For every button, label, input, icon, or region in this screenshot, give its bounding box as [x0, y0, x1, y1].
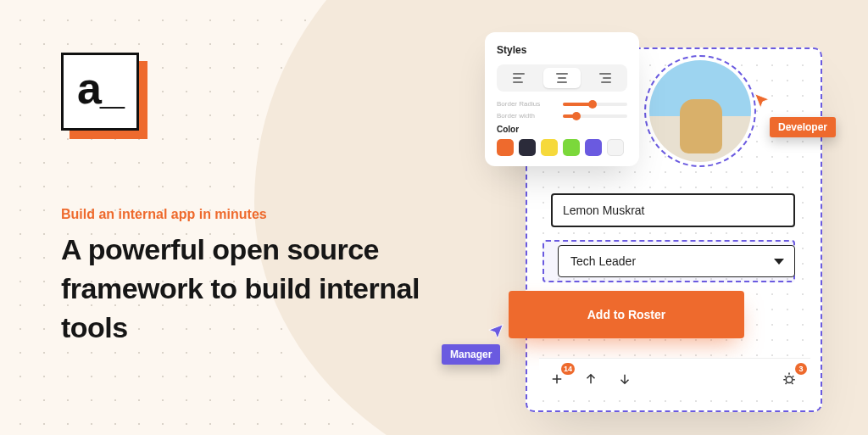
logo: a_	[61, 53, 139, 131]
role-select[interactable]: Tech Leader	[558, 245, 795, 277]
comment-count-badge: 14	[561, 363, 575, 375]
manager-cursor	[487, 322, 505, 341]
cursor-icon	[487, 322, 505, 341]
styles-panel: Styles Border Radius Border width Color	[485, 32, 639, 166]
swatch-4[interactable]	[585, 139, 602, 156]
arrow-up-icon	[583, 371, 598, 387]
border-width-slider[interactable]	[563, 114, 627, 118]
text-align-group	[497, 64, 627, 92]
add-to-roster-label: Add to Roster	[587, 308, 666, 321]
cursor-icon	[753, 92, 771, 110]
svg-point-0	[786, 376, 793, 383]
bug-count-badge: 3	[795, 363, 807, 375]
align-left-button[interactable]	[500, 68, 538, 88]
hero-eyebrow: Build an internal app in minutes	[61, 207, 468, 222]
avatar-selection[interactable]	[644, 55, 756, 167]
move-down-button[interactable]	[614, 368, 636, 390]
developer-cursor	[753, 92, 771, 110]
styles-panel-title: Styles	[497, 44, 627, 56]
name-input-value: Lemon Muskrat	[563, 204, 644, 217]
swatch-0[interactable]	[497, 139, 514, 156]
align-right-button[interactable]	[586, 68, 624, 88]
align-center-button[interactable]	[543, 68, 581, 88]
swatch-1[interactable]	[519, 139, 536, 156]
developer-label: Developer	[770, 117, 836, 137]
debug-button[interactable]: 3	[778, 368, 800, 390]
border-radius-slider[interactable]	[563, 103, 627, 106]
swatch-3[interactable]	[563, 139, 580, 156]
name-input[interactable]: Lemon Muskrat	[551, 193, 795, 227]
manager-label: Manager	[442, 344, 500, 365]
arrow-down-icon	[617, 371, 632, 387]
swatch-5[interactable]	[607, 139, 624, 156]
border-radius-label: Border Radius	[497, 100, 540, 108]
logo-text: a_	[77, 63, 123, 114]
hero: Build an internal app in minutes A power…	[61, 207, 468, 348]
border-width-label: Border width	[497, 112, 535, 120]
bug-icon	[782, 371, 797, 387]
role-select-value: Tech Leader	[570, 254, 636, 268]
avatar	[649, 60, 751, 162]
hero-headline: A powerful open source framework to buil…	[61, 231, 468, 348]
add-to-roster-button[interactable]: Add to Roster	[509, 291, 744, 338]
bottom-toolbar: 14 3	[539, 358, 810, 399]
chevron-down-icon	[774, 259, 784, 265]
add-button[interactable]: 14	[546, 368, 568, 390]
color-label: Color	[497, 125, 627, 134]
move-up-button[interactable]	[580, 368, 602, 390]
color-swatches	[497, 139, 627, 156]
swatch-2[interactable]	[541, 139, 558, 156]
plus-icon	[549, 371, 565, 387]
logo-box: a_	[61, 53, 139, 131]
